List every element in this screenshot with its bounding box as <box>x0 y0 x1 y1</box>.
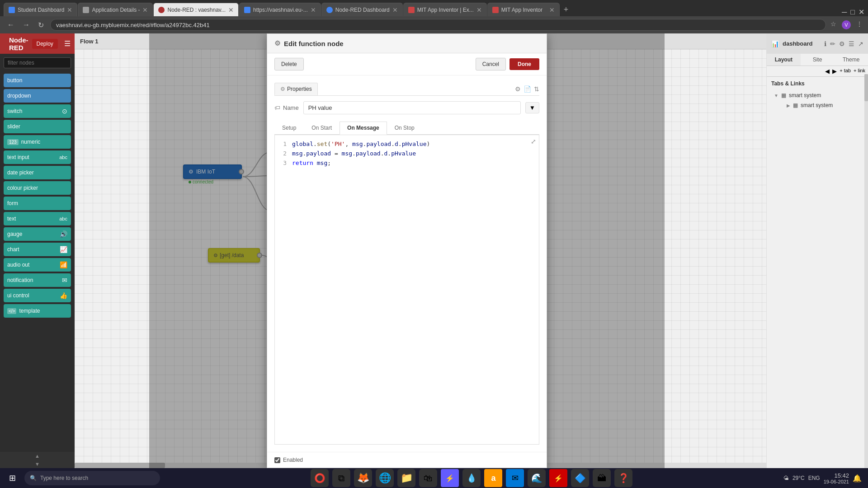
sidebar-item-gauge[interactable]: gauge 🔊 <box>4 227 71 241</box>
sidebar-item-text-input[interactable]: text input abc <box>4 150 71 164</box>
done-button[interactable]: Done <box>509 58 539 70</box>
tab-nrd[interactable]: Node-RED Dashboard ✕ <box>321 3 403 16</box>
tree-item-smart-system-1[interactable]: ▼ ▦ smart system <box>767 90 868 100</box>
notification-bell[interactable]: 🔔 <box>853 474 862 483</box>
tabs-nav-right[interactable]: ▶ <box>832 68 837 75</box>
right-tab-theme[interactable]: Theme <box>834 54 868 66</box>
sidebar-item-text[interactable]: text abc <box>4 212 71 225</box>
reload-button[interactable]: ↻ <box>36 19 46 31</box>
right-tab-site[interactable]: Site <box>801 54 835 66</box>
menu-icon[interactable]: ⋮ <box>856 20 863 29</box>
tab-close-https[interactable]: ✕ <box>311 6 316 14</box>
taskbar-app-help[interactable]: ❓ <box>614 469 632 487</box>
sidebar-item-form[interactable]: form <box>4 197 71 210</box>
back-button[interactable]: ← <box>5 19 16 31</box>
hamburger-menu[interactable]: ☰ <box>64 39 71 48</box>
tab-mit1[interactable]: MIT App Inventor | Ex... ✕ <box>403 3 487 16</box>
taskbar-app-mountain[interactable]: 🏔 <box>593 469 611 487</box>
sidebar-item-ui-control[interactable]: ui control 👍 <box>4 289 71 302</box>
taskbar-app-multitask[interactable]: ⧉ <box>332 469 350 487</box>
sidebar-item-template[interactable]: </> template <box>4 304 71 318</box>
sidebar-item-audio-out[interactable]: audio out 📶 <box>4 258 71 272</box>
code-expand-button[interactable]: ⤢ <box>531 138 536 145</box>
taskbar-app-chrome[interactable]: 🌐 <box>376 469 394 487</box>
gauge-icon: 🔊 <box>60 230 67 238</box>
fn-tab-setup[interactable]: Setup <box>274 122 304 134</box>
right-panel-list-icon[interactable]: ☰ <box>849 40 854 47</box>
sidebar-item-chart[interactable]: chart 📈 <box>4 243 71 256</box>
right-panel-edit-icon[interactable]: ✏ <box>830 40 835 47</box>
fn-tab-on-start[interactable]: On Start <box>304 122 340 134</box>
sidebar-item-button[interactable]: button <box>4 74 71 87</box>
taskbar-app-firefox[interactable]: 🦊 <box>354 469 372 487</box>
delete-button[interactable]: Delete <box>274 58 304 70</box>
taskbar-app-cortana[interactable]: ⭕ <box>311 469 329 487</box>
sidebar-scroll-up[interactable]: ▲ <box>0 452 75 460</box>
sidebar-item-notification[interactable]: notification ✉ <box>4 273 71 287</box>
tab-student[interactable]: Student Dashboard ✕ <box>4 3 77 16</box>
taskbar-app-stripe[interactable]: ⚡ <box>441 469 459 487</box>
tab-close-mit2[interactable]: ✕ <box>549 6 555 14</box>
enabled-checkbox[interactable] <box>274 457 280 463</box>
fn-tab-on-message[interactable]: On Message <box>340 122 387 135</box>
fn-tab-on-stop[interactable]: On Stop <box>387 122 422 134</box>
minimize-icon[interactable]: ─ <box>842 8 847 16</box>
add-link-btn[interactable]: + link <box>854 68 865 75</box>
taskbar-app-blue[interactable]: 🔷 <box>571 469 589 487</box>
taskbar-app-store[interactable]: 🛍 <box>419 469 437 487</box>
tab-close-student[interactable]: ✕ <box>67 6 72 14</box>
new-tab-button[interactable]: + <box>560 3 572 16</box>
right-scrollbar-thumb[interactable] <box>864 74 868 101</box>
tab-appdetails[interactable]: Application Details - ✕ <box>78 3 153 16</box>
forward-button[interactable]: → <box>21 19 32 31</box>
taskbar-app-dropbox[interactable]: 💧 <box>462 469 481 487</box>
sidebar-item-slider[interactable]: slider <box>4 120 71 133</box>
sidebar-item-date-picker[interactable]: date picker <box>4 166 71 179</box>
code-editor[interactable]: 1 global.set('PH', msg.payload.d.pHvalue… <box>274 135 539 445</box>
name-input[interactable] <box>303 101 521 114</box>
tab-favicon-mit2 <box>492 7 499 13</box>
filter-nodes-input[interactable] <box>4 57 71 68</box>
tab-title-mit2: MIT App Inventor <box>501 7 542 13</box>
tab-nodered[interactable]: Node-RED : vaeshnav... ✕ <box>153 3 239 16</box>
prop-icon-arrows[interactable]: ⇅ <box>534 85 539 93</box>
sidebar-item-switch[interactable]: switch ⊙ <box>4 104 71 118</box>
user-icon[interactable]: V <box>842 20 851 29</box>
name-input-options-button[interactable]: ▼ <box>525 102 539 113</box>
close-icon[interactable]: ✕ <box>859 8 864 16</box>
tab-https[interactable]: https://vaeshnavi.eu-... ✕ <box>239 3 321 16</box>
taskbar-app-red1[interactable]: ⚡ <box>549 469 567 487</box>
tree-item-smart-system-2[interactable]: ▶ ▦ smart system <box>779 100 868 110</box>
sidebar-item-dropdown[interactable]: dropdown <box>4 89 71 103</box>
prop-icon-gear[interactable]: ⚙ <box>515 85 521 93</box>
add-tab-btn[interactable]: + tab <box>840 68 851 75</box>
right-panel-settings-icon[interactable]: ⚙ <box>839 40 845 47</box>
restore-icon[interactable]: □ <box>850 8 855 16</box>
deploy-button[interactable]: Deploy <box>32 39 58 49</box>
url-input[interactable]: vaeshnavi.eu-gb.mybluemix.net/red/#flow/… <box>50 19 826 31</box>
tab-close-mit1[interactable]: ✕ <box>476 6 482 14</box>
taskbar-app-edge[interactable]: 🌊 <box>528 469 546 487</box>
sidebar-item-numeric[interactable]: 123 numeric <box>4 135 71 149</box>
bookmark-icon[interactable]: ☆ <box>830 20 836 29</box>
taskbar-app-explorer[interactable]: 📁 <box>397 469 415 487</box>
tab-close-appdetails[interactable]: ✕ <box>142 6 148 14</box>
taskbar-search-box[interactable]: 🔍 Type here to search <box>24 471 160 485</box>
prop-icon-file[interactable]: 📄 <box>524 85 531 93</box>
right-tab-layout[interactable]: Layout <box>767 54 801 66</box>
sidebar-item-colour-picker[interactable]: colour picker <box>4 181 71 195</box>
properties-tab[interactable]: ⚙ Properties <box>274 83 318 95</box>
taskbar-app-amazon[interactable]: a <box>484 469 502 487</box>
tab-mit2[interactable]: MIT App Inventor ✕ <box>487 3 560 16</box>
cancel-button[interactable]: Cancel <box>476 58 506 70</box>
flow-canvas[interactable]: Flow 1 ⚙ IBM IoT <box>75 33 766 468</box>
tabs-nav-left[interactable]: ◀ <box>825 68 830 75</box>
tab-close-nodered[interactable]: ✕ <box>228 6 234 14</box>
taskbar-app-mail[interactable]: ✉ <box>506 469 524 487</box>
windows-start-button[interactable]: ⊞ <box>3 469 22 488</box>
right-scrollbar[interactable] <box>864 74 868 468</box>
tab-close-nrd[interactable]: ✕ <box>392 6 398 14</box>
sidebar-scroll-down[interactable]: ▼ <box>0 460 75 468</box>
right-panel-info-icon[interactable]: ℹ <box>824 40 826 47</box>
right-panel-external-icon[interactable]: ↗ <box>858 40 863 47</box>
